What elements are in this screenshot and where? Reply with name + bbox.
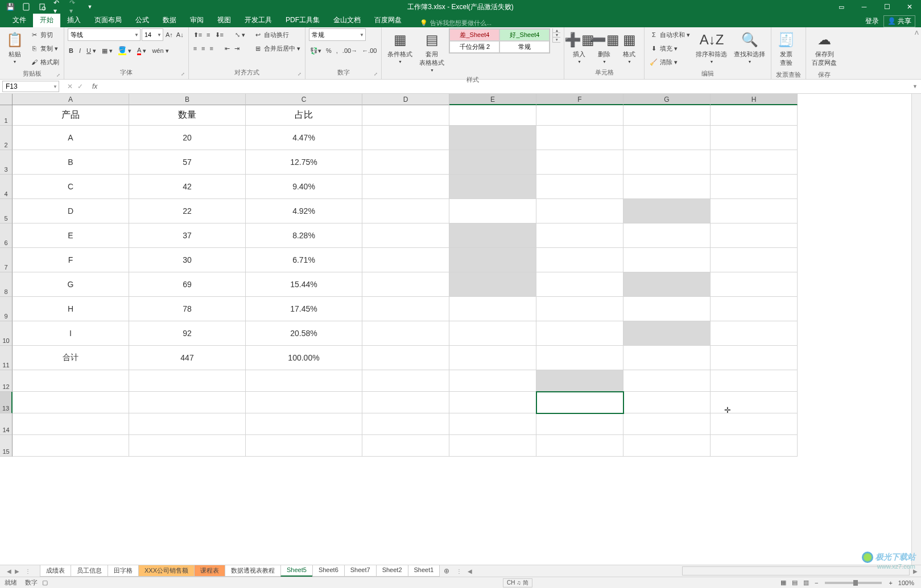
increase-font-icon[interactable]: A↑ [164,28,174,41]
cell[interactable] [362,370,449,392]
minimize-icon[interactable]: ─ [853,0,875,14]
cell[interactable]: 20.58% [246,321,362,346]
add-sheet-button[interactable]: ⊕ [439,566,454,576]
hscroll-left-icon[interactable]: ◀ [464,568,476,574]
cell[interactable]: 8.28% [246,223,362,248]
cell[interactable] [449,105,536,126]
sheet-tab[interactable]: 员工信息 [71,565,108,577]
cell[interactable]: B [13,150,129,175]
cell[interactable] [246,413,362,435]
tab-insert[interactable]: 插入 [60,13,88,27]
enter-formula-icon[interactable]: ✓ [77,82,83,90]
cell[interactable]: E [13,223,129,248]
cell[interactable] [129,435,246,457]
cell[interactable] [13,370,129,392]
cell[interactable]: I [13,321,129,346]
macro-record-icon[interactable]: ▢ [42,579,48,586]
sheet-nav-last-icon[interactable]: ▶ [15,568,19,574]
indent-increase-icon[interactable]: ⇥ [233,42,241,55]
cell[interactable] [623,175,711,199]
cell[interactable]: 4.47% [246,126,362,150]
decrease-decimal-icon[interactable]: ←.00 [361,44,378,57]
cell[interactable] [536,321,623,346]
expand-formula-icon[interactable]: ▼ [909,84,921,89]
zoom-in-icon[interactable]: + [886,579,894,586]
zoom-out-icon[interactable]: − [812,579,820,586]
cell[interactable]: 合计 [13,346,129,370]
cell[interactable] [711,248,798,272]
style-good[interactable]: 好_Sheet4 [499,29,550,41]
cell[interactable] [449,413,536,435]
name-box[interactable]: F13▼ [2,81,59,92]
column-header[interactable]: B [129,94,246,105]
cell[interactable] [362,150,449,175]
column-header[interactable]: E [449,94,536,105]
conditional-format-button[interactable]: ▦条件格式▼ [385,28,415,66]
merge-center-button[interactable]: ⊞合并后居中 ▾ [252,42,302,55]
align-bottom-icon[interactable]: ⬇≡ [214,28,225,41]
align-top-icon[interactable]: ⬆≡ [192,28,203,41]
save-baidu-button[interactable]: ☁保存到 百度网盘 [810,28,839,69]
row-header[interactable]: 1 [0,105,13,126]
cell[interactable] [449,272,536,297]
login-link[interactable]: 登录 [865,16,879,26]
row-header[interactable]: 13 [0,392,13,413]
cell[interactable]: H [13,297,129,321]
cell[interactable] [711,346,798,370]
sheet-tab[interactable]: Sheet7 [344,565,377,577]
column-header[interactable]: F [536,94,623,105]
cell[interactable] [623,370,711,392]
cell[interactable] [536,223,623,248]
sheet-tab[interactable]: Sheet2 [376,565,408,577]
cell[interactable] [536,413,623,435]
ime-indicator[interactable]: CH ♫ 简 [503,578,532,587]
cell[interactable]: 9.40% [246,175,362,199]
cell[interactable] [449,175,536,199]
cell[interactable] [449,150,536,175]
insert-cells-button[interactable]: ➕▦插入▼ [568,28,590,66]
view-layout-icon[interactable]: ▤ [790,579,800,586]
row-header[interactable]: 4 [0,175,13,199]
row-header[interactable]: 11 [0,346,13,370]
cell[interactable] [711,435,798,457]
sheet-tab[interactable]: XXX公司销售额 [138,565,195,577]
cell[interactable] [623,413,711,435]
increase-decimal-icon[interactable]: .00→ [341,44,358,57]
cell[interactable] [711,223,798,248]
cell[interactable] [536,105,623,126]
currency-icon[interactable]: 💱▾ [309,44,323,57]
fx-icon[interactable]: fx [89,82,101,90]
view-pagebreak-icon[interactable]: ▥ [801,579,811,586]
save-icon[interactable]: 💾 [6,2,15,11]
indent-decrease-icon[interactable]: ⇤ [224,42,231,55]
cell[interactable] [13,392,129,413]
cell[interactable] [536,175,623,199]
maximize-icon[interactable]: ☐ [875,0,898,14]
cell[interactable]: 447 [129,346,246,370]
style-normal[interactable]: 常规 [499,41,550,53]
style-bad[interactable]: 差_Sheet4 [449,29,499,41]
cell[interactable] [536,199,623,223]
cell[interactable] [711,126,798,150]
cell[interactable] [449,248,536,272]
cell[interactable] [711,297,798,321]
autosum-button[interactable]: Σ自动求和 ▾ [648,28,691,41]
cell[interactable] [711,392,798,413]
table-format-button[interactable]: ▤套用 表格格式▼ [417,28,447,74]
cell[interactable] [623,321,711,346]
cell[interactable]: C [13,175,129,199]
sheet-tab[interactable]: Sheet5 [280,565,313,577]
cell[interactable] [129,392,246,413]
horizontal-scrollbar[interactable] [682,566,910,575]
cell[interactable]: 92 [129,321,246,346]
font-color-button[interactable]: A ▾ [136,44,147,57]
cell[interactable] [449,392,536,413]
cell[interactable] [711,175,798,199]
row-header[interactable]: 3 [0,150,13,175]
cell[interactable] [449,346,536,370]
cell[interactable] [536,346,623,370]
share-button[interactable]: 👤 共享 [883,15,915,27]
format-painter-button[interactable]: 🖌格式刷 [28,56,60,68]
qat-customize-icon[interactable]: ▼ [85,2,94,11]
cell[interactable] [129,413,246,435]
